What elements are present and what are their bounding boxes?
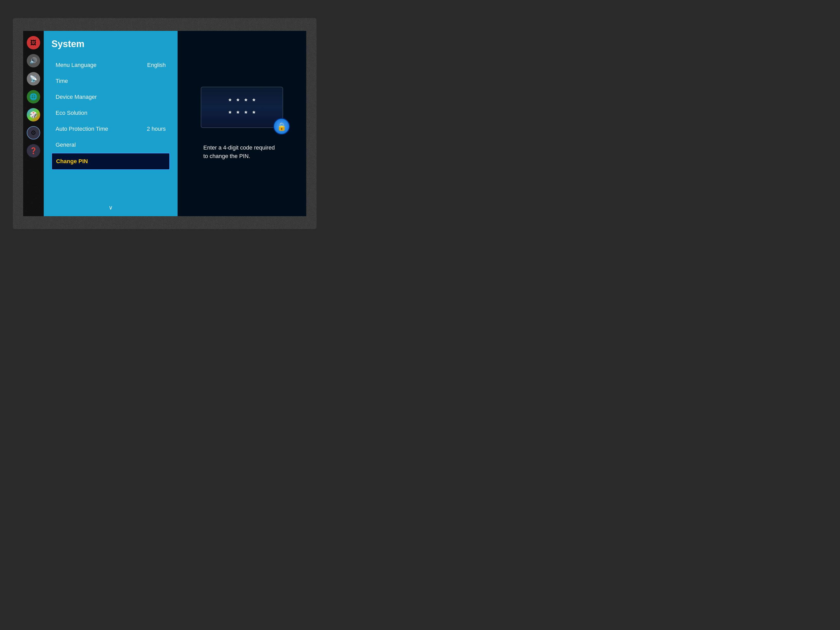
sound-icon: 🔊 [30,57,37,64]
pin-row-2: * * * * [229,109,255,118]
sidebar-item-broadcast[interactable]: 📡 [27,72,40,85]
sidebar-item-network[interactable]: 🌐 [27,90,40,103]
auto-protection-time-value: 2 hours [147,126,166,132]
sidebar-item-support[interactable]: ❓ [27,144,40,158]
pin-display-box: * * * * * * * * 🔒 [201,87,283,128]
auto-protection-time-label: Auto Protection Time [55,126,108,132]
menu-item-menu-language[interactable]: Menu Language English [52,57,170,73]
scroll-down-arrow[interactable]: ∨ [52,202,170,211]
menu-item-eco-solution[interactable]: Eco Solution [52,105,170,121]
change-pin-label: Change PIN [56,158,88,165]
device-manager-label: Device Manager [55,94,97,100]
pin-dot-7: * [245,109,247,118]
menu-item-time[interactable]: Time [52,73,170,89]
menu-item-device-manager[interactable]: Device Manager [52,89,170,105]
picture-icon: 🖼 [30,39,36,46]
eco-solution-label: Eco Solution [55,110,87,116]
system-icon: ⚙ [31,129,36,136]
time-label: Time [55,78,68,84]
sidebar: 🖼 🔊 📡 🌐 🎲 ⚙ ❓ [23,31,44,216]
lock-icon: 🔒 [273,118,290,134]
pin-description: Enter a 4-digit code required to change … [203,143,281,160]
pin-row-1: * * * * [229,97,255,105]
pin-dot-8: * [253,109,255,118]
system-menu: System Menu Language English Time Device… [44,31,178,216]
tv-content: 🖼 🔊 📡 🌐 🎲 ⚙ ❓ System [23,31,306,216]
menu-language-label: Menu Language [55,62,96,68]
menu-items-list: Menu Language English Time Device Manage… [52,57,170,202]
pin-dot-5: * [229,109,231,118]
pin-entry-panel: * * * * * * * * 🔒 Enter a 4-digit code r… [178,31,306,216]
support-icon: ❓ [30,147,37,155]
pin-dot-2: * [237,97,239,105]
smart-hub-icon: 🎲 [30,111,37,118]
lock-symbol: 🔒 [277,122,286,131]
menu-item-auto-protection-time[interactable]: Auto Protection Time 2 hours [52,121,170,137]
menu-language-value: English [147,62,166,68]
tv-screen: 🖼 🔊 📡 🌐 🎲 ⚙ ❓ System [13,18,317,229]
pin-dot-4: * [253,97,255,105]
sidebar-item-sound[interactable]: 🔊 [27,54,40,68]
sidebar-item-system[interactable]: ⚙ [27,126,40,139]
sidebar-item-picture[interactable]: 🖼 [27,36,40,49]
pin-dot-6: * [237,109,239,118]
network-icon: 🌐 [30,93,37,100]
menu-title: System [52,39,170,49]
broadcast-icon: 📡 [30,75,37,82]
menu-item-general[interactable]: General [52,137,170,153]
sidebar-item-smart-hub[interactable]: 🎲 [27,108,40,122]
pin-dot-1: * [229,97,231,105]
menu-item-change-pin[interactable]: Change PIN [52,153,170,170]
pin-dot-3: * [245,97,247,105]
general-label: General [55,142,76,148]
